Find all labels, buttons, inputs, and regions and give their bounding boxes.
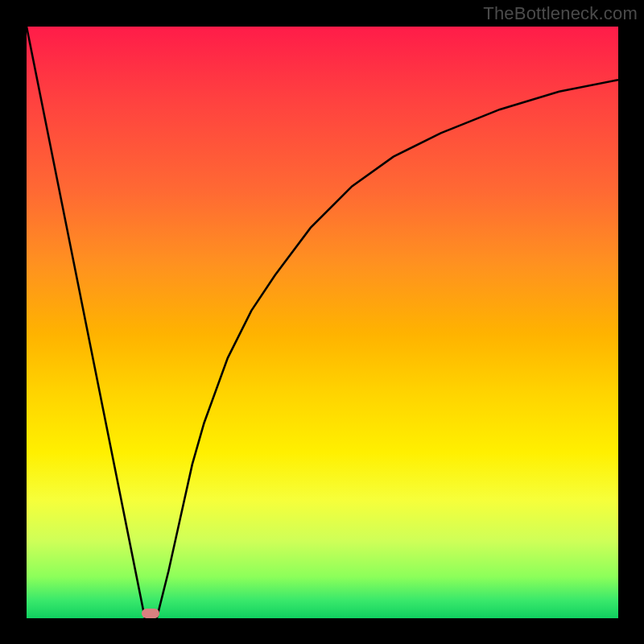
chart-frame: TheBottleneck.com [0, 0, 644, 644]
curve-right [157, 80, 618, 618]
plot-area [27, 27, 618, 618]
curve-left [27, 27, 145, 618]
watermark-text: TheBottleneck.com [483, 3, 638, 24]
curve-svg [27, 27, 618, 618]
bottleneck-marker [142, 609, 159, 618]
